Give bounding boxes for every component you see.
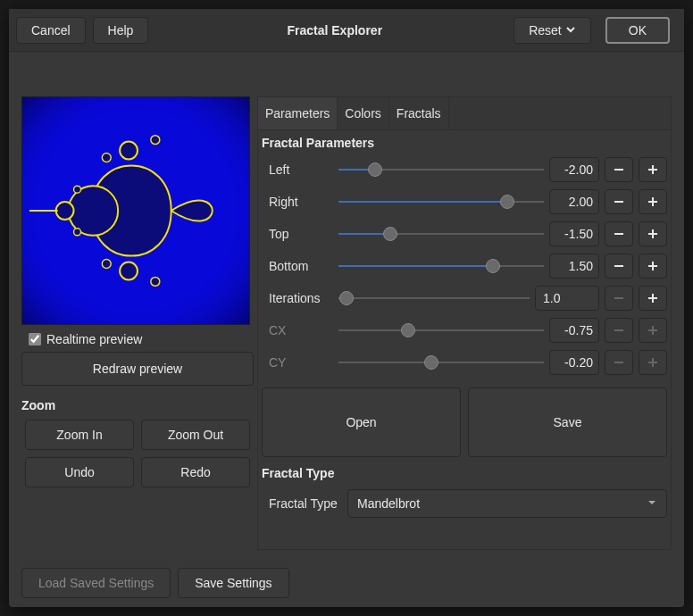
- save-settings-button[interactable]: Save Settings: [178, 568, 288, 598]
- svg-rect-13: [614, 169, 623, 171]
- iterations-slider[interactable]: [338, 287, 530, 309]
- svg-rect-31: [614, 362, 623, 363]
- fractal-parameters-title: Fractal Parameters: [262, 136, 671, 150]
- top-value[interactable]: -1.50: [549, 221, 599, 246]
- bottom-slider[interactable]: [338, 255, 544, 277]
- right-slider[interactable]: [338, 191, 544, 212]
- redo-button[interactable]: Redo: [141, 457, 250, 487]
- load-saved-settings-button[interactable]: Load Saved Settings: [21, 568, 171, 598]
- left-minus-button[interactable]: [605, 157, 633, 182]
- bottom-value[interactable]: 1.50: [549, 254, 599, 279]
- param-row-top: Top -1.50: [258, 218, 671, 250]
- svg-rect-16: [614, 201, 623, 203]
- help-button[interactable]: Help: [93, 17, 149, 44]
- cx-minus-button: [605, 318, 633, 343]
- svg-rect-28: [614, 329, 623, 331]
- cy-plus-button: [639, 350, 667, 375]
- param-row-bottom: Bottom 1.50: [258, 250, 671, 282]
- left-slider[interactable]: [338, 159, 544, 180]
- window-title: Fractal Explorer: [155, 23, 513, 37]
- chevron-down-icon: [565, 23, 576, 37]
- svg-rect-33: [652, 358, 654, 367]
- fractal-type-label: Fractal Type: [269, 496, 338, 511]
- cy-value: -0.20: [549, 350, 599, 375]
- svg-rect-30: [652, 326, 654, 335]
- svg-point-7: [151, 136, 160, 145]
- fractal-type-title: Fractal Type: [262, 466, 671, 480]
- cancel-button[interactable]: Cancel: [16, 17, 86, 44]
- iterations-value[interactable]: 1.0: [535, 286, 599, 311]
- realtime-preview-checkbox[interactable]: [29, 333, 41, 345]
- mandelbrot-image: [22, 97, 249, 324]
- svg-point-11: [74, 186, 81, 193]
- left-value[interactable]: -2.00: [549, 157, 599, 182]
- left-plus-button[interactable]: [639, 157, 667, 182]
- iterations-minus-button: [605, 286, 633, 311]
- svg-rect-27: [652, 294, 654, 303]
- realtime-preview-row[interactable]: Realtime preview: [29, 332, 254, 346]
- top-slider[interactable]: [338, 223, 544, 245]
- svg-point-9: [102, 154, 111, 162]
- fractal-type-dropdown[interactable]: Mandelbrot: [347, 489, 667, 518]
- cx-value: -0.75: [549, 318, 599, 343]
- tab-colors[interactable]: Colors: [338, 97, 388, 129]
- iterations-plus-button[interactable]: [639, 286, 667, 311]
- svg-rect-21: [652, 229, 654, 238]
- right-value[interactable]: 2.00: [549, 189, 599, 214]
- cx-slider: [338, 320, 544, 341]
- svg-point-6: [120, 262, 138, 280]
- svg-point-8: [151, 277, 160, 286]
- svg-rect-19: [614, 233, 623, 235]
- svg-rect-18: [652, 197, 654, 206]
- tab-fractals[interactable]: Fractals: [389, 97, 449, 129]
- bottom-plus-button[interactable]: [639, 254, 667, 279]
- realtime-preview-label: Realtime preview: [46, 332, 142, 346]
- top-minus-button[interactable]: [605, 221, 633, 246]
- right-plus-button[interactable]: [639, 189, 667, 214]
- svg-rect-15: [652, 165, 654, 174]
- param-row-cx: CX -0.75: [258, 314, 671, 346]
- right-minus-button[interactable]: [605, 189, 633, 214]
- top-plus-button[interactable]: [639, 221, 667, 246]
- fractal-preview[interactable]: [21, 96, 250, 325]
- svg-rect-22: [614, 265, 623, 267]
- undo-button[interactable]: Undo: [25, 457, 134, 487]
- ok-button[interactable]: OK: [605, 17, 670, 44]
- svg-point-12: [74, 229, 81, 236]
- svg-point-5: [120, 142, 138, 160]
- zoom-section-title: Zoom: [21, 398, 254, 412]
- cx-plus-button: [639, 318, 667, 343]
- param-row-left: Left -2.00: [258, 154, 671, 186]
- svg-rect-25: [614, 297, 623, 299]
- save-button[interactable]: Save: [468, 387, 667, 457]
- chevron-down-icon: [647, 496, 657, 511]
- tab-bar: Parameters Colors Fractals: [258, 97, 671, 130]
- param-row-cy: CY -0.20: [258, 346, 671, 379]
- zoom-in-button[interactable]: Zoom In: [25, 420, 134, 450]
- svg-point-10: [102, 260, 111, 269]
- bottom-minus-button[interactable]: [605, 254, 633, 279]
- redraw-preview-button[interactable]: Redraw preview: [21, 352, 254, 386]
- svg-point-3: [56, 202, 74, 220]
- tab-parameters[interactable]: Parameters: [258, 97, 338, 129]
- titlebar: Cancel Help Fractal Explorer Reset OK: [9, 9, 684, 52]
- cy-slider: [338, 352, 544, 373]
- svg-rect-24: [652, 262, 654, 271]
- reset-button[interactable]: Reset: [513, 17, 591, 44]
- zoom-out-button[interactable]: Zoom Out: [141, 420, 250, 450]
- param-row-right: Right 2.00: [258, 186, 671, 218]
- param-row-iterations: Iterations 1.0: [258, 282, 671, 314]
- cy-minus-button: [605, 350, 633, 375]
- open-button[interactable]: Open: [262, 387, 461, 457]
